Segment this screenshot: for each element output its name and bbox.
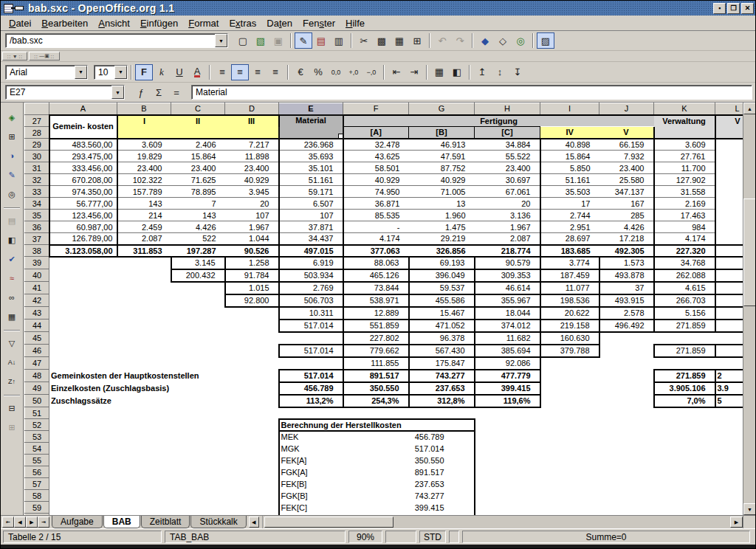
cell[interactable] <box>715 431 744 443</box>
cell[interactable]: 167 <box>599 198 654 210</box>
cell[interactable] <box>49 345 117 357</box>
cell[interactable]: II <box>171 115 225 127</box>
cell[interactable] <box>654 332 715 345</box>
name-box-dropdown-icon[interactable]: ▼ <box>111 86 124 99</box>
cell[interactable]: 55.522 <box>475 151 540 162</box>
cell[interactable]: 11.700 <box>654 162 715 174</box>
cell[interactable] <box>599 502 654 514</box>
cell[interactable]: 1.044 <box>225 233 279 245</box>
cell[interactable]: 18.044 <box>475 307 540 320</box>
cell[interactable]: 37.871 <box>279 221 343 233</box>
sheet-tab-stückkalk[interactable]: Stückkalk <box>190 516 246 528</box>
cell[interactable]: 23.400 <box>475 162 540 174</box>
cell[interactable]: 5.156 <box>654 307 715 320</box>
number-format-percent-button[interactable]: % <box>309 64 327 80</box>
navigator-button[interactable]: ◆ <box>476 32 494 49</box>
column-header-L[interactable]: L <box>715 103 744 115</box>
last-sheet-button[interactable]: ⇥ <box>38 517 49 528</box>
number-format-standard-button[interactable]: 0,0 <box>327 64 345 80</box>
cell[interactable] <box>171 345 225 357</box>
cell[interactable] <box>540 478 599 490</box>
cell[interactable]: 102.322 <box>117 174 171 186</box>
row-header-34[interactable]: 34 <box>25 198 49 210</box>
gallery-button[interactable]: ▨ <box>537 32 554 49</box>
cell[interactable] <box>475 443 540 455</box>
cell[interactable] <box>475 478 540 490</box>
column-header-D[interactable]: D <box>225 103 279 115</box>
cell[interactable]: 46.913 <box>409 139 475 151</box>
cell[interactable] <box>599 514 654 516</box>
font-name-combo[interactable]: Arial ▼ <box>5 65 88 80</box>
selection-mode[interactable]: STD <box>419 531 446 543</box>
open-button[interactable]: ▧ <box>252 32 269 49</box>
scroll-down-icon[interactable]: ▼ <box>743 503 756 515</box>
cell[interactable]: 73.844 <box>343 282 409 294</box>
cell[interactable] <box>225 502 279 514</box>
cell[interactable]: 779.662 <box>343 345 409 357</box>
cell[interactable]: 517.014 <box>279 345 343 357</box>
cell[interactable] <box>599 431 654 443</box>
undo-button[interactable]: ↶ <box>433 32 451 49</box>
row-header-39[interactable]: 39 <box>25 257 49 269</box>
cell[interactable]: 30.697 <box>475 174 540 186</box>
cell[interactable]: 127.902 <box>654 174 715 186</box>
cell[interactable] <box>117 320 171 332</box>
menu-ansicht[interactable]: Ansicht <box>93 16 135 30</box>
cell[interactable] <box>599 345 654 357</box>
cell[interactable]: 51.161 <box>540 174 599 186</box>
cell[interactable] <box>117 294 171 307</box>
cell[interactable] <box>540 382 599 395</box>
cell[interactable] <box>475 419 540 431</box>
cell[interactable]: Berechnung der Herstellkosten <box>279 419 475 431</box>
row-header-43[interactable]: 43 <box>25 307 49 320</box>
cell[interactable]: 59.171 <box>279 186 343 198</box>
cell[interactable]: 78.895 <box>171 186 225 198</box>
redo-button[interactable]: ↷ <box>451 32 469 49</box>
cell[interactable] <box>117 269 171 282</box>
cell[interactable]: Einzelkosten (Zuschlagsbasis) <box>49 382 279 395</box>
menu-fenster[interactable]: Fenster <box>298 16 340 30</box>
cell[interactable] <box>475 490 540 502</box>
cell[interactable]: 3.609 <box>117 139 171 151</box>
increase-indent-button[interactable]: ⇥ <box>405 64 423 80</box>
cell[interactable] <box>49 320 117 332</box>
cell[interactable] <box>225 419 279 431</box>
cell[interactable]: 2.769 <box>279 282 343 294</box>
cell[interactable]: 1.967 <box>225 221 279 233</box>
cell[interactable] <box>117 490 171 502</box>
cell[interactable]: 4.615 <box>654 282 715 294</box>
row-header-36[interactable]: 36 <box>25 221 49 233</box>
cell[interactable]: 236.968 <box>279 139 343 151</box>
cell[interactable] <box>715 443 744 455</box>
cell[interactable]: 385.694 <box>475 345 540 357</box>
data-sources-button[interactable]: ▦ <box>2 308 21 325</box>
cell[interactable]: 85.535 <box>343 210 409 221</box>
column-header-F[interactable]: F <box>343 103 409 115</box>
italic-button[interactable]: k <box>153 64 171 80</box>
cell[interactable]: 20 <box>475 198 540 210</box>
cell[interactable]: 743.277 <box>343 490 475 502</box>
cell[interactable] <box>540 395 599 407</box>
menu-datei[interactable]: Datei <box>4 16 36 30</box>
cell[interactable]: 34.437 <box>279 233 343 245</box>
cell[interactable] <box>49 294 117 307</box>
first-sheet-button[interactable]: ⇤ <box>2 517 14 528</box>
cell[interactable] <box>654 502 715 514</box>
cell[interactable]: 465.126 <box>343 269 409 282</box>
cell[interactable]: 551.859 <box>343 320 409 332</box>
cell[interactable]: 517.014 <box>343 443 475 455</box>
cell[interactable]: 396.049 <box>409 269 475 282</box>
cell[interactable] <box>49 455 117 466</box>
cell[interactable] <box>225 127 279 139</box>
column-header-E[interactable]: E <box>279 103 343 115</box>
cell[interactable] <box>117 127 171 139</box>
cell[interactable]: FEK[C] <box>279 502 343 514</box>
cell[interactable]: 471.052 <box>409 320 475 332</box>
cell[interactable] <box>715 282 744 294</box>
cell[interactable] <box>117 357 171 370</box>
cell[interactable]: 506.703 <box>279 294 343 307</box>
cell[interactable]: 477.779 <box>343 514 475 516</box>
cell[interactable]: 19.829 <box>117 151 171 162</box>
cell[interactable] <box>225 514 279 516</box>
cell[interactable]: 1.015 <box>225 282 279 294</box>
